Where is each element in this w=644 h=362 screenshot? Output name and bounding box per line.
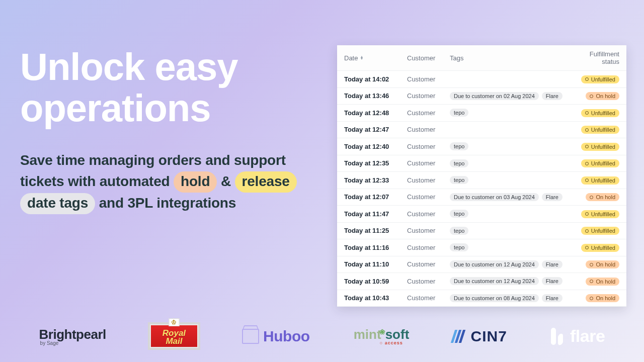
- cell-status: Unfulfilled: [574, 126, 619, 134]
- headline-line2: operations: [20, 86, 211, 129]
- status-label: Unfulfilled: [591, 245, 615, 251]
- table-row[interactable]: Today at 11:25CustomertepoUnfulfilled: [337, 223, 626, 240]
- col-customer[interactable]: Customer: [407, 54, 450, 62]
- cell-date: Today at 11:10: [344, 260, 407, 268]
- tag: tepo: [450, 210, 468, 218]
- status-badge: Unfulfilled: [581, 109, 619, 117]
- tag: Flare: [542, 294, 562, 302]
- tag: Due to customer on 03 Aug 2024: [450, 193, 539, 201]
- cell-date: Today at 11:47: [344, 210, 407, 218]
- cell-status: Unfulfilled: [574, 109, 619, 117]
- pill-release: release: [235, 171, 297, 193]
- col-status[interactable]: Fulfillment status: [574, 50, 619, 65]
- status-dot-icon: [590, 263, 593, 266]
- cell-customer: Customer: [407, 92, 450, 100]
- cell-tags: Due to customer on 12 Aug 2024Flare: [450, 260, 574, 268]
- tag: Due to customer on 12 Aug 2024: [450, 260, 539, 268]
- status-dot-icon: [585, 178, 589, 182]
- cell-customer: Customer: [407, 126, 450, 133]
- cell-status: On hold: [574, 294, 619, 303]
- status-label: On hold: [596, 194, 615, 200]
- status-badge: Unfulfilled: [581, 176, 619, 185]
- cell-tags: tepo: [450, 142, 574, 150]
- cell-tags: tepo: [450, 243, 574, 251]
- cell-date: Today at 13:46: [344, 92, 407, 100]
- cell-status: On hold: [574, 92, 619, 101]
- table-row[interactable]: Today at 12:35CustomertepoUnfulfilled: [337, 155, 626, 172]
- sub-amp: &: [221, 173, 235, 189]
- cell-customer: Customer: [407, 143, 450, 150]
- status-dot-icon: [590, 280, 593, 283]
- table-row[interactable]: Today at 14:02CustomerUnfulfilled: [337, 71, 626, 88]
- table-row[interactable]: Today at 11:10CustomerDue to customer on…: [337, 256, 626, 274]
- status-label: On hold: [596, 261, 615, 267]
- table-header: Date ▲▼ Customer Tags Fulfillment status: [337, 45, 626, 71]
- cell-date: Today at 12:07: [344, 193, 407, 201]
- cell-status: On hold: [574, 277, 619, 286]
- status-label: Unfulfilled: [591, 177, 615, 184]
- integration-logos: Brightpearl by Sage ♔ RoyalMail Huboo mi…: [0, 324, 644, 348]
- cell-tags: tepo: [450, 210, 574, 218]
- table-row[interactable]: Today at 12:33CustomertepoUnfulfilled: [337, 172, 626, 189]
- status-label: Unfulfilled: [591, 160, 615, 166]
- table-row[interactable]: Today at 12:47CustomerUnfulfilled: [337, 122, 626, 139]
- flare-mark-icon: [551, 328, 563, 345]
- tag: Flare: [542, 92, 562, 100]
- status-label: On hold: [596, 295, 615, 301]
- cell-customer: Customer: [407, 294, 450, 302]
- logo-huboo: Huboo: [242, 328, 309, 345]
- cell-status: Unfulfilled: [574, 227, 619, 235]
- status-label: Unfulfilled: [591, 127, 615, 133]
- table-row[interactable]: Today at 10:59CustomerDue to customer on…: [337, 273, 626, 290]
- status-badge: On hold: [586, 92, 619, 100]
- cell-date: Today at 11:25: [344, 227, 407, 234]
- table-body: Today at 14:02CustomerUnfulfilledToday a…: [337, 71, 626, 307]
- cell-date: Today at 12:47: [344, 126, 407, 133]
- status-badge: On hold: [586, 294, 619, 302]
- sort-icon: ▲▼: [360, 56, 363, 60]
- status-label: Unfulfilled: [591, 211, 615, 217]
- headline-line1: Unlock easy: [20, 45, 238, 88]
- cell-customer: Customer: [407, 109, 450, 117]
- cell-date: Today at 14:02: [344, 75, 407, 83]
- col-tags-label: Tags: [450, 54, 463, 62]
- tag: Due to customer on 02 Aug 2024: [450, 92, 539, 100]
- cell-status: Unfulfilled: [574, 75, 619, 83]
- pill-date-tags: date tags: [20, 193, 95, 214]
- sub-text-b: and 3PL integrations: [99, 195, 236, 211]
- table-row[interactable]: Today at 12:40CustomertepoUnfulfilled: [337, 138, 626, 155]
- cell-date: Today at 12:48: [344, 109, 407, 117]
- tag: Flare: [542, 277, 562, 285]
- headline: Unlock easy operations: [20, 46, 322, 129]
- cell-customer: Customer: [407, 75, 450, 83]
- table-row[interactable]: Today at 11:47CustomertepoUnfulfilled: [337, 206, 626, 223]
- subheadline: Save time managing orders and support ti…: [20, 150, 322, 214]
- cell-tags: Due to customer on 08 Aug 2024Flare: [450, 294, 574, 302]
- table-row[interactable]: Today at 13:46CustomerDue to customer on…: [337, 88, 626, 105]
- status-badge: Unfulfilled: [581, 75, 619, 83]
- status-badge: Unfulfilled: [581, 143, 619, 151]
- status-dot-icon: [585, 229, 589, 233]
- status-dot-icon: [585, 77, 589, 81]
- status-badge: Unfulfilled: [581, 244, 619, 252]
- crown-icon: ♔: [169, 318, 179, 326]
- cell-status: Unfulfilled: [574, 210, 619, 218]
- status-dot-icon: [585, 111, 589, 115]
- table-row[interactable]: Today at 12:48CustomertepoUnfulfilled: [337, 105, 626, 122]
- logo-cin7: CIN7: [453, 328, 507, 345]
- cell-status: Unfulfilled: [574, 176, 619, 185]
- cell-tags: Due to customer on 02 Aug 2024Flare: [450, 92, 574, 100]
- pill-hold: hold: [174, 171, 217, 193]
- table-row[interactable]: Today at 12:07CustomerDue to customer on…: [337, 189, 626, 206]
- status-label: Unfulfilled: [591, 110, 615, 116]
- col-tags[interactable]: Tags: [450, 54, 574, 62]
- col-date[interactable]: Date ▲▼: [344, 54, 407, 62]
- cell-date: Today at 12:33: [344, 176, 407, 184]
- table-row[interactable]: Today at 10:43CustomerDue to customer on…: [337, 290, 626, 307]
- status-badge: Unfulfilled: [581, 210, 619, 218]
- royalmail-l2: Mail: [166, 336, 182, 346]
- tag: tepo: [450, 159, 468, 167]
- tag: tepo: [450, 176, 468, 184]
- status-badge: On hold: [586, 260, 619, 268]
- table-row[interactable]: Today at 11:16CustomertepoUnfulfilled: [337, 239, 626, 256]
